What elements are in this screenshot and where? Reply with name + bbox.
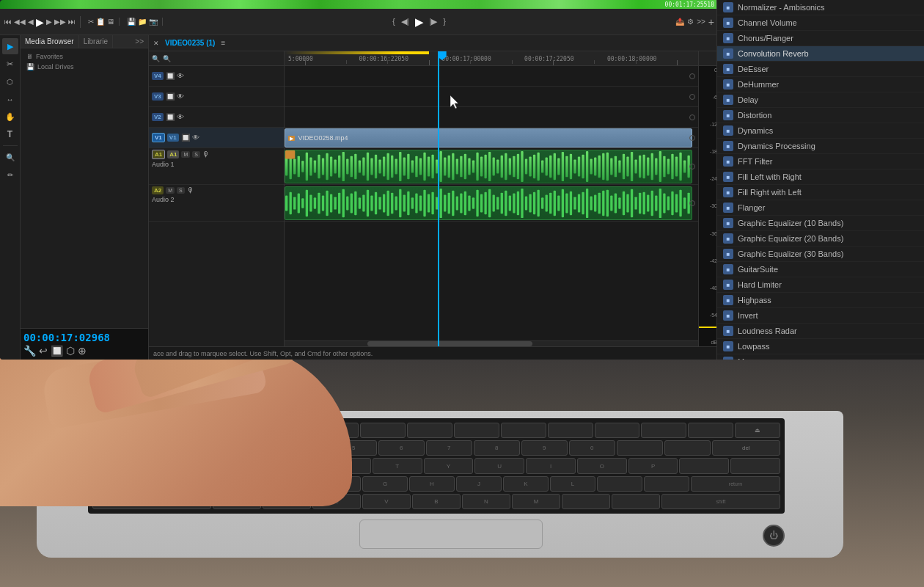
track-v2-lock[interactable]: 👁: [177, 113, 184, 121]
effect-item-normalizer[interactable]: ■ Normalizer - Ambisonics: [717, 0, 924, 15]
effect-item-channel-volume[interactable]: ■ Channel Volume: [717, 15, 924, 31]
track-v4-row[interactable]: [285, 66, 698, 87]
toolbar-btn-end[interactable]: ⏭: [68, 18, 76, 26]
audio-clip-a1[interactable]: [285, 150, 692, 183]
tool-select[interactable]: ▶: [2, 38, 18, 54]
toolbar-btn-save[interactable]: 💾: [127, 18, 136, 26]
tool-pen[interactable]: ✏: [2, 167, 18, 183]
effect-item-graphic-eq-30[interactable]: ■ Graphic Equalizer (30 Bands): [717, 247, 924, 262]
playback-btn-next-frame[interactable]: |▶: [430, 17, 438, 26]
audio-clip-a2[interactable]: [285, 186, 692, 220]
effect-item-more[interactable]: ■ M...: [717, 354, 924, 360]
toolbar-btn-cut[interactable]: ✂: [88, 18, 94, 26]
track-a1-solo[interactable]: S: [192, 151, 200, 158]
toolbar-btn-back[interactable]: ⏮: [4, 18, 12, 26]
track-v1-lock[interactable]: 👁: [192, 134, 199, 142]
svg-rect-20: [367, 153, 369, 181]
effect-item-dehummer[interactable]: ■ DeHummer: [717, 77, 924, 92]
toolbar-btn-fwd[interactable]: ▶▶: [54, 18, 66, 26]
toolbar-btn-export[interactable]: 🖥: [107, 18, 114, 26]
tab-media-browser[interactable]: Media Browser: [21, 35, 79, 48]
svg-rect-140: [444, 195, 446, 212]
track-a1-mute[interactable]: M: [181, 151, 190, 158]
toolbar-btn-play[interactable]: ▶: [36, 16, 44, 28]
tool-text[interactable]: T: [2, 126, 18, 142]
effect-item-chorus[interactable]: ■ Chorus/Flanger: [717, 31, 924, 46]
svg-rect-153: [496, 197, 499, 209]
svg-rect-155: [505, 191, 507, 216]
effect-item-convolution-reverb[interactable]: ■ Convolution Reverb: [717, 46, 924, 62]
svg-rect-76: [594, 158, 596, 176]
effect-item-guitar-suite[interactable]: ■ GuitarSuite: [717, 262, 924, 277]
track-a1-row[interactable]: [285, 148, 698, 185]
track-v4-lock[interactable]: 👁: [177, 72, 184, 80]
playback-btn-prev-frame[interactable]: ◀|: [401, 17, 409, 26]
track-v1-row[interactable]: ▶ VIDEO0258.mp4: [285, 128, 698, 148]
svg-rect-152: [493, 195, 495, 212]
svg-rect-23: [378, 159, 381, 173]
track-a2-solo[interactable]: S: [177, 187, 185, 194]
track-a1-mic[interactable]: 🎙: [202, 150, 210, 158]
track-v3-lock[interactable]: 👁: [177, 92, 184, 101]
settings-btn[interactable]: ⚙: [687, 18, 694, 26]
tool-razor[interactable]: ✂: [2, 56, 18, 72]
top-toolbar: ⏮ ◀◀ ◀ ▶ ▶ ▶▶ ⏭ ✂ 📋 🖥 💾 📁 📷 { ◀| ▶ |▶ }: [0, 9, 719, 35]
playhead[interactable]: [438, 51, 439, 346]
tool-ripple[interactable]: ⬡: [2, 73, 18, 90]
effect-item-graphic-eq-20[interactable]: ■ Graphic Equalizer (20 Bands): [717, 231, 924, 247]
toolbar-btn-next[interactable]: ▶: [46, 18, 52, 26]
svg-rect-28: [399, 152, 401, 181]
track-v4-eye[interactable]: 🔲: [166, 72, 175, 80]
track-v1-eye[interactable]: 🔲: [181, 134, 190, 142]
more-btn[interactable]: >>: [697, 18, 705, 26]
effect-item-fill-right[interactable]: ■ Fill Right with Left: [717, 185, 924, 200]
effect-icon-convolution-reverb: ■: [723, 48, 733, 59]
effect-item-flanger[interactable]: ■ Flanger: [717, 200, 924, 216]
playback-btn-in[interactable]: {: [392, 18, 395, 26]
track-v2-row[interactable]: [285, 107, 698, 128]
effect-item-highpass[interactable]: ■ Highpass: [717, 293, 924, 308]
effect-item-deesser[interactable]: ■ DeEsser: [717, 62, 924, 77]
svg-rect-48: [480, 157, 483, 177]
tab-librarie[interactable]: Librarie: [79, 35, 113, 48]
toolbar-btn-prev[interactable]: ◀: [28, 18, 34, 26]
media-browser-item[interactable]: 🖥Favorites: [23, 51, 145, 62]
tool-hand[interactable]: ✋: [2, 109, 18, 125]
playback-btn-out[interactable]: }: [443, 18, 445, 26]
effect-item-fill-left[interactable]: ■ Fill Left with Right: [717, 169, 924, 185]
tool-zoom[interactable]: 🔍: [2, 149, 18, 165]
track-a2-mic[interactable]: 🎙: [187, 186, 194, 194]
effect-item-loudness-radar[interactable]: ■ Loudness Radar: [717, 324, 924, 339]
toolbar-btn-rev[interactable]: ◀◀: [14, 18, 26, 26]
effect-item-dynamics[interactable]: ■ Dynamics: [717, 123, 924, 139]
effect-item-lowpass[interactable]: ■ Lowpass: [717, 339, 924, 354]
svg-rect-73: [582, 155, 584, 179]
effect-item-graphic-eq-10[interactable]: ■ Graphic Equalizer (10 Bands): [717, 216, 924, 231]
effect-item-hard-limiter[interactable]: ■ Hard Limiter: [717, 277, 924, 293]
effect-item-distortion[interactable]: ■ Distortion: [717, 108, 924, 123]
export-btn[interactable]: 📤: [675, 18, 684, 26]
effect-item-invert[interactable]: ■ Invert: [717, 308, 924, 324]
track-v3-row[interactable]: [285, 87, 698, 107]
track-a2-row[interactable]: [285, 185, 698, 222]
track-v3-eye[interactable]: 🔲: [166, 92, 175, 101]
effect-item-fft-filter[interactable]: ■ FFT Filter: [717, 154, 924, 169]
timeline-scrollbar[interactable]: [285, 340, 698, 346]
playback-btn-play-main[interactable]: ▶: [415, 15, 424, 29]
effect-item-dynamics-processing[interactable]: ■ Dynamics Processing: [717, 139, 924, 154]
toolbar-btn-open[interactable]: 📁: [138, 18, 147, 26]
toolbar-btn-copy[interactable]: 📋: [96, 18, 105, 26]
video-clip[interactable]: ▶ VIDEO0258.mp4: [285, 128, 692, 147]
toolbar-btn-capture[interactable]: 📷: [149, 18, 158, 26]
panel-menu-btn[interactable]: >>: [131, 35, 148, 48]
media-browser-item[interactable]: 💾Local Drives: [23, 62, 145, 72]
svg-rect-121: [367, 190, 369, 216]
svg-rect-79: [606, 153, 609, 181]
track-a2-mute[interactable]: M: [166, 187, 175, 194]
effect-icon-dynamics: ■: [723, 125, 733, 136]
add-btn[interactable]: +: [708, 16, 714, 28]
effect-item-delay[interactable]: ■ Delay: [717, 92, 924, 108]
svg-rect-190: [647, 195, 649, 212]
track-v2-eye[interactable]: 🔲: [166, 113, 175, 121]
tool-roll[interactable]: ↔: [2, 91, 18, 107]
